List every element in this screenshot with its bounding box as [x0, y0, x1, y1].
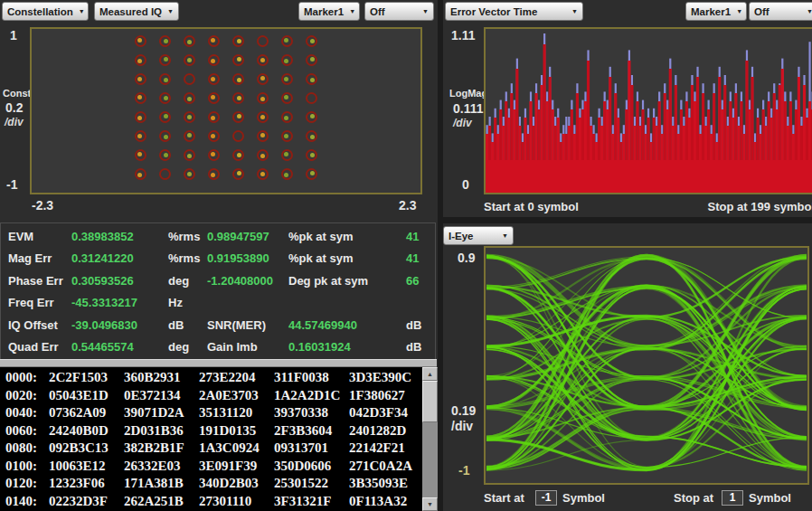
marker-select-right-label: Marker1	[691, 6, 731, 17]
constellation-point-center	[164, 57, 168, 62]
constellation-point-center	[284, 95, 288, 99]
evt-plot	[484, 27, 812, 194]
scrollbar-thumb[interactable]	[422, 381, 438, 422]
evt-start-label: Start at 0 symbol	[484, 200, 579, 213]
eye-plot	[484, 246, 809, 485]
hex-word: 25301522	[274, 476, 349, 491]
hex-dump-row: 0100:10063E1226332E033E091F39350D0606271…	[5, 459, 422, 477]
eye-start-symbol-input[interactable]: -1	[535, 490, 557, 506]
hex-word: 360B2931	[124, 370, 199, 385]
hex-address: 0100:	[5, 459, 49, 474]
constellation-point-center	[164, 114, 168, 118]
eye-trace-dropdown[interactable]: I-Eye ▼	[443, 226, 514, 245]
eye-stop-symbol-input[interactable]: 1	[722, 490, 743, 506]
constellation-point-center	[237, 153, 241, 157]
hex-word: 092B3C13	[49, 440, 124, 456]
format-dropdown[interactable]: Measured IQ ▼	[94, 2, 179, 21]
measurement-grid: EVM0.38983852%rms0.98947597%pk at sym41M…	[0, 222, 436, 359]
hex-address: 0020:	[5, 388, 49, 403]
constellation-x-min: -2.3	[32, 198, 53, 213]
constellation-y-min: -1	[6, 177, 17, 192]
constellation-point	[306, 92, 317, 104]
measurement-label: Deg pk at sym	[288, 274, 406, 288]
evt-per-div-label: /div	[453, 117, 472, 129]
constellation-point-center	[211, 116, 215, 120]
hex-word: 382B2B1F	[124, 440, 199, 456]
scroll-up-button[interactable]: ▲	[422, 367, 438, 381]
horizontal-panel-divider[interactable]	[443, 217, 812, 223]
hex-dump-row: 0140:02232D3F262A251B273011103F31321F0F1…	[5, 494, 422, 511]
measurement-label: deg	[168, 340, 207, 354]
measurement-label: Mag Err	[8, 251, 71, 265]
constellation-point-center	[284, 134, 288, 138]
constellation-point-center	[310, 153, 315, 157]
hex-word: 340D2B03	[199, 476, 274, 491]
measurement-value: 0.31241220	[71, 251, 168, 265]
trace-type-dropdown[interactable]: Constellation ▼	[2, 2, 89, 21]
hex-word: 02232D3F	[49, 494, 124, 509]
constellation-point-center	[211, 95, 215, 99]
hex-word: 2C2F1503	[49, 370, 124, 385]
chevron-down-icon: ▼	[349, 8, 355, 14]
hex-word: 3E091F39	[199, 459, 274, 474]
measurement-value: 0.30593526	[71, 274, 168, 288]
eye-per-div-label: /div	[451, 419, 473, 433]
marker-mode-right-label: Off	[754, 6, 770, 17]
measurement-label: Gain Imb	[207, 340, 288, 354]
constellation-point-center	[137, 173, 142, 177]
constellation-point-center	[164, 153, 168, 157]
measurement-value: -45.3313217	[71, 296, 168, 309]
hex-dump-row: 0020:05043E1D0E3721342A0E37031A2A2D1C1F3…	[5, 388, 422, 406]
hex-word: 2401282D	[349, 423, 422, 439]
evt-y-max: 1.11	[451, 28, 475, 43]
marker-select-dropdown-left[interactable]: Marker1 ▼	[298, 2, 360, 21]
constellation-point-center	[284, 59, 288, 63]
evt-axis-name: LogMag	[449, 88, 487, 99]
hex-dump-row: 0000:2C2F1503360B2931273E2204311F00383D3…	[5, 370, 422, 388]
measurement-label: Freq Err	[8, 296, 71, 309]
format-dropdown-label: Measured IQ	[99, 6, 162, 17]
marker-mode-dropdown-left[interactable]: Off ▼	[364, 2, 434, 21]
constellation-point-center	[187, 133, 192, 137]
scroll-down-button[interactable]: ▼	[422, 497, 438, 511]
constellation-point-center	[310, 135, 315, 139]
evt-scale-per-div: 0.111	[453, 101, 484, 116]
hex-word: 09313701	[274, 440, 349, 456]
constellation-point-center	[211, 77, 215, 81]
constellation-point-center	[137, 38, 142, 43]
constellation-point-center	[260, 115, 265, 119]
measurement-value: 44.57469940	[288, 318, 406, 332]
hex-dump-row: 0080:092B3C13382B2B1F1A3C092409313701221…	[5, 440, 422, 459]
hex-word: 0E372134	[124, 388, 199, 403]
trace-type-dropdown-label: Constellation	[7, 6, 73, 17]
measurement-label: Quad Err	[8, 340, 71, 354]
hex-address: 0080:	[5, 440, 49, 456]
marker-mode-dropdown-right[interactable]: Off ▼	[749, 2, 812, 21]
hex-word: 39370338	[274, 405, 349, 421]
hex-word: 10063E12	[49, 459, 124, 474]
constellation-point-center	[260, 76, 265, 80]
marker-select-dropdown-right[interactable]: Marker1 ▼	[685, 2, 747, 21]
constellation-point-center	[187, 58, 192, 62]
scroll-down-icon: ▼	[427, 501, 433, 507]
constellation-point-center	[284, 77, 288, 81]
horizontal-splitter[interactable]	[0, 359, 437, 367]
hex-word: 191D0135	[199, 423, 274, 439]
constellation-point-center	[260, 133, 265, 137]
trace-type-right-label: Error Vector Time	[450, 6, 537, 17]
constellation-point-center	[310, 171, 315, 175]
constellation-point-center	[237, 96, 241, 100]
symbol-table-scrollbar[interactable]: ▲ ▼	[422, 367, 438, 511]
constellation-point-center	[284, 116, 288, 120]
eye-start-suffix: Symbol	[562, 491, 605, 505]
hex-word: 3D3E390C	[349, 370, 422, 385]
measurement-label: dB	[406, 340, 436, 354]
constellation-point-center	[237, 57, 241, 62]
evt-y-min: 0	[462, 177, 469, 192]
hex-word: 24240B0D	[49, 423, 124, 439]
constellation-point-center	[137, 59, 142, 63]
trace-type-dropdown-right[interactable]: Error Vector Time ▼	[445, 2, 583, 21]
chevron-down-icon: ▼	[422, 8, 429, 14]
measurement-label: %pk at sym	[288, 230, 406, 243]
eye-stop-prefix: Stop at	[674, 491, 713, 505]
